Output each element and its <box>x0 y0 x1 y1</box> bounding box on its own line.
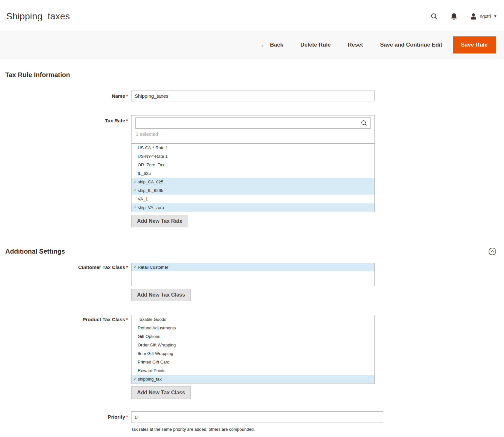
priority-input[interactable] <box>131 411 383 423</box>
tax-rate-option[interactable]: ✓ ship_CA_825 <box>131 178 374 186</box>
name-row: Name* <box>5 91 504 101</box>
main-content: Tax Rule Information Name* Tax Rate* <box>0 71 504 432</box>
check-icon: ✓ <box>133 186 137 195</box>
user-menu[interactable]: ngxtri ▼ <box>470 13 497 20</box>
tax-rate-filter-box: 3 selected <box>131 115 375 142</box>
header-actions: ngxtri ▼ <box>430 12 497 20</box>
notifications-bell-icon[interactable] <box>451 12 457 20</box>
page-title: Shipping_taxes <box>6 11 70 22</box>
product-tax-class-option[interactable]: ✓ Item Gift Wrapping <box>131 349 374 358</box>
tax-rate-option[interactable]: ✓ US-CA-*-Rate 1 <box>131 144 374 152</box>
required-asterisk: * <box>126 414 128 420</box>
customer-tax-class-row: Customer Tax Class* ✓ Retail Customer Ad… <box>5 263 504 301</box>
product-tax-class-multiselect[interactable]: ✓ Taxable Goods ✓ Refund Adjustments ✓ G… <box>131 315 375 384</box>
add-new-tax-rate-button[interactable]: Add New Tax Rate <box>131 215 188 227</box>
product-tax-class-option[interactable]: ✓ Reward Points <box>131 366 374 375</box>
additional-settings-heading-row: Additional Settings <box>5 248 504 255</box>
required-asterisk: * <box>126 118 128 123</box>
tax-rate-option[interactable]: ✓ VA_1 <box>131 195 374 203</box>
product-tax-class-option[interactable]: ✓ Refund Adjustments <box>131 324 374 332</box>
back-arrow-icon: ← <box>260 42 267 48</box>
tax-rate-row: Tax Rate* 3 selected ✓ US-CA <box>5 115 504 227</box>
add-new-product-tax-class-button[interactable]: Add New Tax Class <box>131 386 191 399</box>
tax-rate-label: Tax Rate* <box>5 115 131 227</box>
tax-rate-option[interactable]: ✓ ship_VA_zero <box>131 203 374 212</box>
selected-count: 3 selected <box>136 131 374 137</box>
product-tax-class-option[interactable]: ✓ Gift Options <box>131 332 374 341</box>
delete-rule-button[interactable]: Delete Rule <box>300 42 331 48</box>
tax-rate-option[interactable]: ✓ OR_Zero_Tax <box>131 161 374 169</box>
save-and-continue-button[interactable]: Save and Continue Edit <box>380 42 442 48</box>
check-icon: ✓ <box>133 375 137 383</box>
chevron-down-icon: ▼ <box>494 14 497 18</box>
tax-rate-option[interactable]: ✓ ship_IL_6265 <box>131 186 374 195</box>
collapse-section-button[interactable] <box>489 248 496 255</box>
add-new-customer-tax-class-button[interactable]: Add New Tax Class <box>131 289 191 301</box>
check-icon: ✓ <box>133 263 137 271</box>
save-rule-button[interactable]: Save Rule <box>453 36 496 53</box>
customer-tax-class-multiselect[interactable]: ✓ Retail Customer <box>131 263 375 286</box>
required-asterisk: * <box>126 94 128 99</box>
product-tax-class-option[interactable]: ✓ Order Gift Wrapping <box>131 341 374 349</box>
product-tax-class-row: Product Tax Class* ✓ Taxable Goods ✓ Ref… <box>5 315 504 399</box>
tax-rate-option[interactable]: ✓ US-NY-*-Rate 1 <box>131 152 374 161</box>
search-icon[interactable] <box>361 120 367 126</box>
tax-rule-information-heading: Tax Rule Information <box>5 71 504 79</box>
tax-rate-multiselect[interactable]: ✓ US-CA-*-Rate 1 ✓ US-NY-*-Rate 1 ✓ OR_Z… <box>131 143 375 212</box>
page-header: Shipping_taxes ngxtri ▼ <box>0 0 504 31</box>
action-toolbar: ← Back Delete Rule Reset Save and Contin… <box>0 31 504 59</box>
priority-note: Tax rates at the same priority are added… <box>131 427 383 432</box>
tax-rate-search-input[interactable] <box>135 117 371 129</box>
name-label: Name* <box>5 91 131 101</box>
product-tax-class-option[interactable]: ✓ Printed Gift Card <box>131 358 374 366</box>
back-button[interactable]: ← Back <box>260 42 283 48</box>
check-icon: ✓ <box>133 203 137 212</box>
customer-tax-class-label: Customer Tax Class* <box>5 263 131 301</box>
product-tax-class-label: Product Tax Class* <box>5 315 131 399</box>
user-avatar-icon <box>470 13 477 20</box>
additional-settings-heading: Additional Settings <box>5 248 65 255</box>
product-tax-class-option[interactable]: ✓ shipping_tax <box>131 375 374 384</box>
required-asterisk: * <box>126 265 128 270</box>
name-input[interactable] <box>131 91 375 101</box>
reset-button[interactable]: Reset <box>348 42 363 48</box>
required-asterisk: * <box>126 317 128 322</box>
priority-label: Priority* <box>5 411 131 432</box>
tax-rate-option[interactable]: ✓ IL_625 <box>131 169 374 178</box>
product-tax-class-option[interactable]: ✓ Taxable Goods <box>131 315 374 324</box>
search-icon[interactable] <box>430 12 438 20</box>
check-icon: ✓ <box>133 178 137 186</box>
priority-row: Priority* Tax rates at the same priority… <box>5 411 504 432</box>
user-name: ngxtri <box>480 14 491 19</box>
customer-tax-class-option[interactable]: ✓ Retail Customer <box>131 263 374 272</box>
